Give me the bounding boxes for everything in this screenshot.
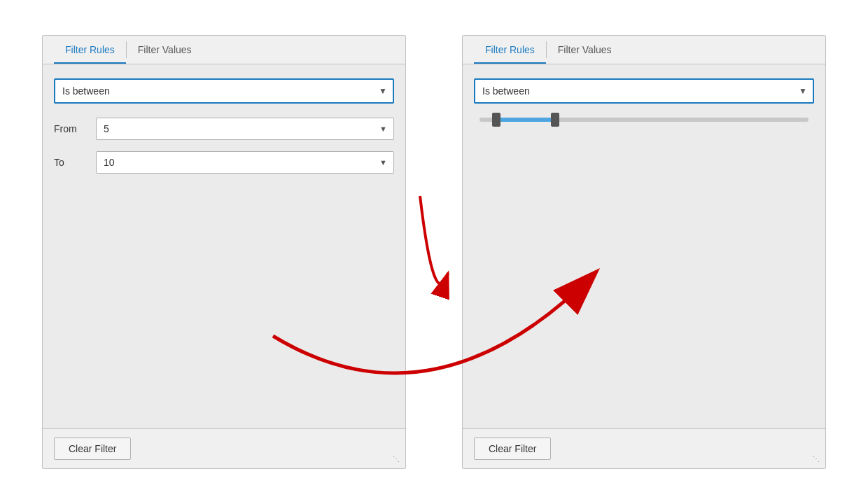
to-input-wrapper: 10 11 12 15 20 ▼ bbox=[96, 151, 394, 174]
left-panel-footer: Clear Filter ⋱ bbox=[43, 428, 405, 468]
range-slider-container bbox=[474, 118, 814, 122]
from-input[interactable]: 5 1 2 3 4 6 7 8 9 bbox=[96, 118, 394, 140]
slider-thumb-left[interactable] bbox=[492, 113, 500, 127]
right-filter-dropdown-wrapper: Is between Is equal to Is greater than I… bbox=[474, 78, 814, 104]
left-clear-filter-button[interactable]: Clear Filter bbox=[54, 438, 131, 460]
right-filter-dropdown[interactable]: Is between Is equal to Is greater than I… bbox=[474, 78, 814, 104]
left-panel-tabs: Filter Rules Filter Values bbox=[43, 36, 405, 64]
from-field-row: From 5 1 2 3 4 6 7 8 9 ▼ bbox=[54, 118, 394, 140]
slider-thumb-right[interactable] bbox=[551, 113, 559, 127]
main-container: Filter Rules Filter Values Is between Is… bbox=[0, 0, 868, 504]
right-panel-content: Is between Is equal to Is greater than I… bbox=[463, 64, 825, 428]
left-resize-handle-icon: ⋱ bbox=[393, 456, 401, 464]
right-panel-footer: Clear Filter ⋱ bbox=[463, 428, 825, 468]
right-clear-filter-button[interactable]: Clear Filter bbox=[474, 438, 551, 460]
right-resize-handle-icon: ⋱ bbox=[813, 456, 821, 464]
from-label: From bbox=[54, 123, 96, 134]
arrow-gap bbox=[406, 35, 462, 469]
right-tab-filter-rules[interactable]: Filter Rules bbox=[474, 36, 546, 64]
left-tab-filter-rules[interactable]: Filter Rules bbox=[54, 36, 126, 64]
left-tab-filter-values[interactable]: Filter Values bbox=[127, 36, 203, 64]
right-panel: Filter Rules Filter Values Is between Is… bbox=[462, 35, 826, 469]
left-panel: Filter Rules Filter Values Is between Is… bbox=[42, 35, 406, 469]
to-field-row: To 10 11 12 15 20 ▼ bbox=[54, 151, 394, 174]
slider-track bbox=[479, 118, 808, 122]
to-label: To bbox=[54, 157, 96, 168]
left-panel-content: Is between Is equal to Is greater than I… bbox=[43, 64, 405, 428]
right-panel-tabs: Filter Rules Filter Values bbox=[463, 36, 825, 64]
left-filter-dropdown[interactable]: Is between Is equal to Is greater than I… bbox=[54, 78, 394, 104]
to-input[interactable]: 10 11 12 15 20 bbox=[96, 151, 394, 174]
slider-fill bbox=[496, 118, 556, 122]
from-input-wrapper: 5 1 2 3 4 6 7 8 9 ▼ bbox=[96, 118, 394, 140]
right-tab-filter-values[interactable]: Filter Values bbox=[547, 36, 623, 64]
left-filter-dropdown-wrapper: Is between Is equal to Is greater than I… bbox=[54, 78, 394, 104]
